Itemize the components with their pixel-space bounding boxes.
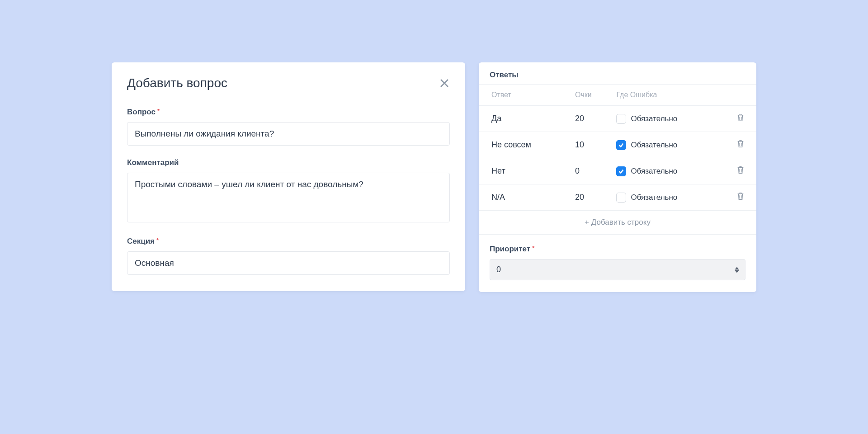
table-row: N/A20Обязательно: [479, 184, 756, 211]
answer-cell[interactable]: N/A: [479, 184, 571, 211]
section-input[interactable]: [127, 251, 450, 275]
col-error: Где Ошибка: [612, 85, 725, 106]
required-checkbox[interactable]: [616, 114, 626, 124]
trash-icon[interactable]: [736, 192, 745, 201]
priority-label: Приоритет: [490, 245, 745, 254]
comment-input[interactable]: Простыми словами – ушел ли клиент от нас…: [127, 173, 450, 222]
trash-icon[interactable]: [736, 113, 745, 122]
trash-icon[interactable]: [736, 139, 745, 148]
required-checkbox[interactable]: [616, 166, 626, 176]
answers-table: Ответ Очки Где Ошибка Да20ОбязательноНе …: [479, 84, 756, 235]
trash-icon[interactable]: [736, 165, 745, 175]
priority-select[interactable]: [490, 259, 745, 280]
table-row: Нет0Обязательно: [479, 158, 756, 184]
required-checkbox[interactable]: [616, 193, 626, 203]
points-cell[interactable]: 20: [571, 184, 612, 211]
required-label: Обязательно: [631, 141, 677, 150]
col-answer: Ответ: [479, 85, 571, 106]
question-input[interactable]: [127, 122, 450, 146]
question-label: Вопрос: [127, 108, 450, 117]
close-icon[interactable]: [439, 78, 450, 89]
required-label: Обязательно: [631, 114, 677, 123]
add-question-panel: Добавить вопрос Вопрос Комментарий Прост…: [112, 62, 465, 291]
section-label: Секция: [127, 237, 450, 246]
required-checkbox[interactable]: [616, 140, 626, 150]
required-label: Обязательно: [631, 193, 677, 202]
points-cell[interactable]: 10: [571, 132, 612, 158]
table-row: Не совсем10Обязательно: [479, 132, 756, 158]
dialog-title: Добавить вопрос: [127, 76, 227, 90]
comment-label: Комментарий: [127, 158, 450, 167]
table-row: Да20Обязательно: [479, 106, 756, 132]
col-points: Очки: [571, 85, 612, 106]
add-row-button[interactable]: + Добавить строку: [479, 211, 756, 235]
required-label: Обязательно: [631, 167, 677, 176]
answer-cell[interactable]: Не совсем: [479, 132, 571, 158]
answer-cell[interactable]: Да: [479, 106, 571, 132]
points-cell[interactable]: 0: [571, 158, 612, 184]
answer-cell[interactable]: Нет: [479, 158, 571, 184]
answers-panel: Ответы Ответ Очки Где Ошибка Да20Обязате…: [479, 62, 756, 292]
points-cell[interactable]: 20: [571, 106, 612, 132]
answers-title: Ответы: [479, 71, 756, 84]
stepper-icon[interactable]: [735, 267, 739, 273]
col-actions: [725, 85, 756, 106]
